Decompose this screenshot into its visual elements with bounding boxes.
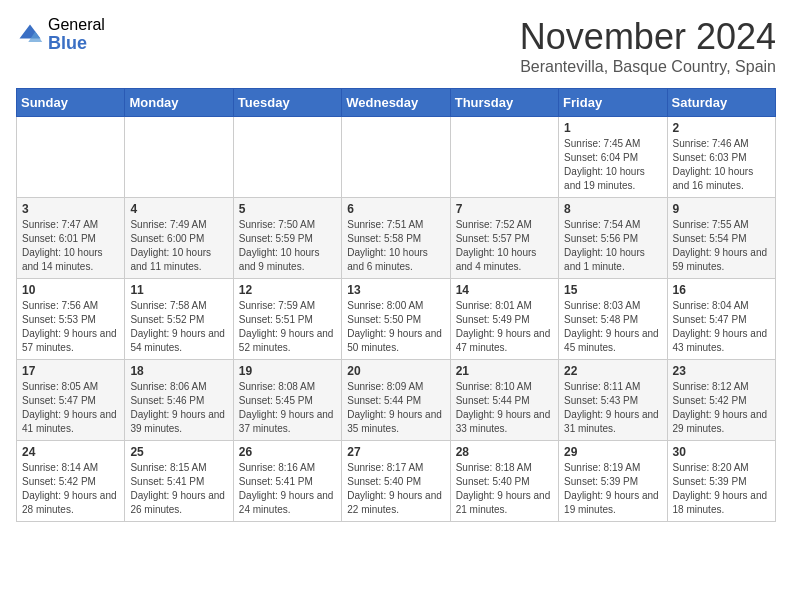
day-number: 23 [673, 364, 770, 378]
calendar-day-cell: 10Sunrise: 7:56 AM Sunset: 5:53 PM Dayli… [17, 279, 125, 360]
day-info: Sunrise: 7:49 AM Sunset: 6:00 PM Dayligh… [130, 218, 227, 274]
day-info: Sunrise: 8:05 AM Sunset: 5:47 PM Dayligh… [22, 380, 119, 436]
calendar-day-cell: 12Sunrise: 7:59 AM Sunset: 5:51 PM Dayli… [233, 279, 341, 360]
day-number: 22 [564, 364, 661, 378]
logo-general: General [48, 16, 105, 34]
day-number: 30 [673, 445, 770, 459]
day-number: 29 [564, 445, 661, 459]
calendar-day-cell: 14Sunrise: 8:01 AM Sunset: 5:49 PM Dayli… [450, 279, 558, 360]
calendar-day-cell: 27Sunrise: 8:17 AM Sunset: 5:40 PM Dayli… [342, 441, 450, 522]
weekday-header-cell: Tuesday [233, 89, 341, 117]
calendar-day-cell: 17Sunrise: 8:05 AM Sunset: 5:47 PM Dayli… [17, 360, 125, 441]
calendar-day-cell: 1Sunrise: 7:45 AM Sunset: 6:04 PM Daylig… [559, 117, 667, 198]
calendar-week-row: 10Sunrise: 7:56 AM Sunset: 5:53 PM Dayli… [17, 279, 776, 360]
calendar-day-cell: 26Sunrise: 8:16 AM Sunset: 5:41 PM Dayli… [233, 441, 341, 522]
day-info: Sunrise: 8:18 AM Sunset: 5:40 PM Dayligh… [456, 461, 553, 517]
calendar-day-cell [17, 117, 125, 198]
day-info: Sunrise: 8:16 AM Sunset: 5:41 PM Dayligh… [239, 461, 336, 517]
day-info: Sunrise: 7:58 AM Sunset: 5:52 PM Dayligh… [130, 299, 227, 355]
day-number: 28 [456, 445, 553, 459]
day-info: Sunrise: 8:20 AM Sunset: 5:39 PM Dayligh… [673, 461, 770, 517]
day-info: Sunrise: 8:15 AM Sunset: 5:41 PM Dayligh… [130, 461, 227, 517]
day-number: 10 [22, 283, 119, 297]
calendar-week-row: 3Sunrise: 7:47 AM Sunset: 6:01 PM Daylig… [17, 198, 776, 279]
month-title: November 2024 [520, 16, 776, 58]
calendar-day-cell [450, 117, 558, 198]
day-info: Sunrise: 7:46 AM Sunset: 6:03 PM Dayligh… [673, 137, 770, 193]
calendar-day-cell [125, 117, 233, 198]
day-info: Sunrise: 8:03 AM Sunset: 5:48 PM Dayligh… [564, 299, 661, 355]
day-number: 16 [673, 283, 770, 297]
day-number: 8 [564, 202, 661, 216]
day-info: Sunrise: 7:56 AM Sunset: 5:53 PM Dayligh… [22, 299, 119, 355]
day-number: 3 [22, 202, 119, 216]
day-info: Sunrise: 7:52 AM Sunset: 5:57 PM Dayligh… [456, 218, 553, 274]
calendar-day-cell: 7Sunrise: 7:52 AM Sunset: 5:57 PM Daylig… [450, 198, 558, 279]
calendar-day-cell: 5Sunrise: 7:50 AM Sunset: 5:59 PM Daylig… [233, 198, 341, 279]
calendar-day-cell: 16Sunrise: 8:04 AM Sunset: 5:47 PM Dayli… [667, 279, 775, 360]
day-number: 26 [239, 445, 336, 459]
page-header: General Blue November 2024 Berantevilla,… [16, 16, 776, 76]
day-number: 17 [22, 364, 119, 378]
day-number: 7 [456, 202, 553, 216]
day-info: Sunrise: 8:14 AM Sunset: 5:42 PM Dayligh… [22, 461, 119, 517]
day-info: Sunrise: 8:04 AM Sunset: 5:47 PM Dayligh… [673, 299, 770, 355]
day-number: 20 [347, 364, 444, 378]
day-number: 4 [130, 202, 227, 216]
day-info: Sunrise: 8:19 AM Sunset: 5:39 PM Dayligh… [564, 461, 661, 517]
calendar-day-cell: 6Sunrise: 7:51 AM Sunset: 5:58 PM Daylig… [342, 198, 450, 279]
calendar-day-cell: 4Sunrise: 7:49 AM Sunset: 6:00 PM Daylig… [125, 198, 233, 279]
calendar-table: SundayMondayTuesdayWednesdayThursdayFrid… [16, 88, 776, 522]
day-info: Sunrise: 7:54 AM Sunset: 5:56 PM Dayligh… [564, 218, 661, 274]
day-number: 6 [347, 202, 444, 216]
calendar-day-cell: 15Sunrise: 8:03 AM Sunset: 5:48 PM Dayli… [559, 279, 667, 360]
calendar-day-cell: 13Sunrise: 8:00 AM Sunset: 5:50 PM Dayli… [342, 279, 450, 360]
calendar-day-cell: 21Sunrise: 8:10 AM Sunset: 5:44 PM Dayli… [450, 360, 558, 441]
day-number: 15 [564, 283, 661, 297]
calendar-day-cell: 23Sunrise: 8:12 AM Sunset: 5:42 PM Dayli… [667, 360, 775, 441]
day-number: 14 [456, 283, 553, 297]
day-info: Sunrise: 7:50 AM Sunset: 5:59 PM Dayligh… [239, 218, 336, 274]
logo-blue: Blue [48, 34, 105, 54]
day-info: Sunrise: 8:12 AM Sunset: 5:42 PM Dayligh… [673, 380, 770, 436]
day-info: Sunrise: 8:10 AM Sunset: 5:44 PM Dayligh… [456, 380, 553, 436]
day-number: 13 [347, 283, 444, 297]
logo-icon [16, 21, 44, 49]
weekday-header-cell: Saturday [667, 89, 775, 117]
calendar-day-cell: 18Sunrise: 8:06 AM Sunset: 5:46 PM Dayli… [125, 360, 233, 441]
location-title: Berantevilla, Basque Country, Spain [520, 58, 776, 76]
calendar-week-row: 24Sunrise: 8:14 AM Sunset: 5:42 PM Dayli… [17, 441, 776, 522]
calendar-day-cell: 3Sunrise: 7:47 AM Sunset: 6:01 PM Daylig… [17, 198, 125, 279]
weekday-header-cell: Sunday [17, 89, 125, 117]
day-info: Sunrise: 8:08 AM Sunset: 5:45 PM Dayligh… [239, 380, 336, 436]
calendar-day-cell: 2Sunrise: 7:46 AM Sunset: 6:03 PM Daylig… [667, 117, 775, 198]
calendar-week-row: 17Sunrise: 8:05 AM Sunset: 5:47 PM Dayli… [17, 360, 776, 441]
day-info: Sunrise: 8:01 AM Sunset: 5:49 PM Dayligh… [456, 299, 553, 355]
day-number: 11 [130, 283, 227, 297]
calendar-day-cell: 19Sunrise: 8:08 AM Sunset: 5:45 PM Dayli… [233, 360, 341, 441]
day-info: Sunrise: 8:09 AM Sunset: 5:44 PM Dayligh… [347, 380, 444, 436]
day-info: Sunrise: 7:59 AM Sunset: 5:51 PM Dayligh… [239, 299, 336, 355]
day-number: 1 [564, 121, 661, 135]
weekday-header-cell: Friday [559, 89, 667, 117]
day-number: 2 [673, 121, 770, 135]
calendar-day-cell: 24Sunrise: 8:14 AM Sunset: 5:42 PM Dayli… [17, 441, 125, 522]
title-area: November 2024 Berantevilla, Basque Count… [520, 16, 776, 76]
calendar-day-cell: 20Sunrise: 8:09 AM Sunset: 5:44 PM Dayli… [342, 360, 450, 441]
calendar-day-cell: 25Sunrise: 8:15 AM Sunset: 5:41 PM Dayli… [125, 441, 233, 522]
day-info: Sunrise: 7:51 AM Sunset: 5:58 PM Dayligh… [347, 218, 444, 274]
weekday-header-cell: Wednesday [342, 89, 450, 117]
logo-text: General Blue [48, 16, 105, 53]
weekday-header-cell: Thursday [450, 89, 558, 117]
day-number: 9 [673, 202, 770, 216]
day-info: Sunrise: 8:00 AM Sunset: 5:50 PM Dayligh… [347, 299, 444, 355]
day-number: 19 [239, 364, 336, 378]
calendar-day-cell: 28Sunrise: 8:18 AM Sunset: 5:40 PM Dayli… [450, 441, 558, 522]
day-info: Sunrise: 7:45 AM Sunset: 6:04 PM Dayligh… [564, 137, 661, 193]
day-number: 5 [239, 202, 336, 216]
day-info: Sunrise: 8:17 AM Sunset: 5:40 PM Dayligh… [347, 461, 444, 517]
weekday-header-cell: Monday [125, 89, 233, 117]
calendar-body: 1Sunrise: 7:45 AM Sunset: 6:04 PM Daylig… [17, 117, 776, 522]
calendar-day-cell: 8Sunrise: 7:54 AM Sunset: 5:56 PM Daylig… [559, 198, 667, 279]
calendar-day-cell: 22Sunrise: 8:11 AM Sunset: 5:43 PM Dayli… [559, 360, 667, 441]
